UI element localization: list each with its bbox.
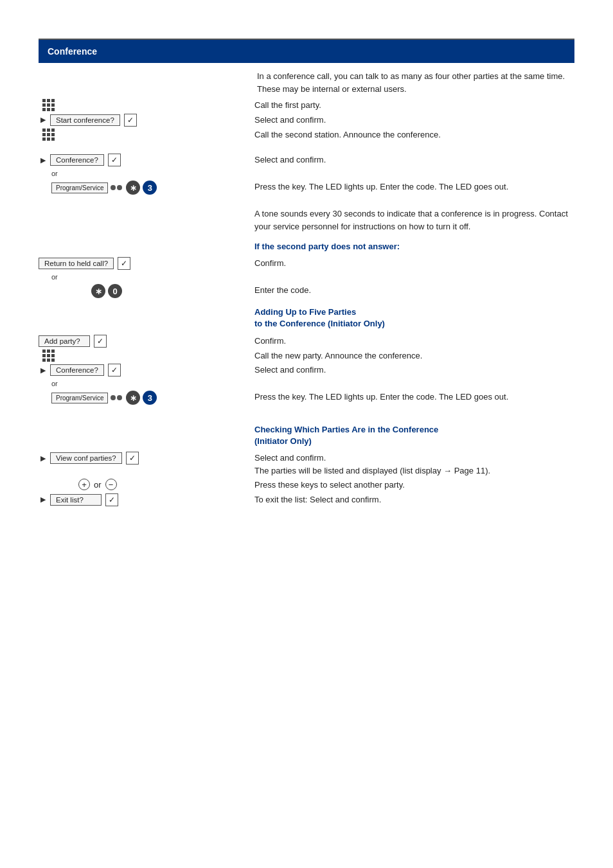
table-row: ▶ Conference? ✓ Select and confirm. xyxy=(39,364,574,376)
program-service-btn[interactable]: Program/Service xyxy=(51,182,108,193)
check-icon: ✓ xyxy=(118,257,130,270)
arrow-icon: ▶ xyxy=(39,495,48,504)
left-cell: ▶ Conference? ✓ xyxy=(39,154,244,166)
left-cell: ▶ Conference? ✓ xyxy=(39,364,244,376)
num-badge-3b[interactable]: 3 xyxy=(143,391,157,405)
table-row: ▶ Exit list? ✓ To exit the list: Select … xyxy=(39,493,574,506)
return-held-btn[interactable]: Return to held call? xyxy=(39,258,114,269)
right-cell: Call the new party. Announce the confere… xyxy=(244,350,574,362)
check-icon: ✓ xyxy=(124,114,137,127)
table-row: Checking Which Parties Are in the Confer… xyxy=(39,418,574,450)
right-cell: A tone sounds every 30 seconds to indica… xyxy=(244,208,574,233)
or-label: or xyxy=(51,272,58,282)
spacer xyxy=(39,143,574,152)
table-row: Program/Service ∗ 3 Press the key. The L… xyxy=(39,181,574,195)
check-icon: ✓ xyxy=(126,452,139,465)
star-key-2[interactable]: ∗ xyxy=(91,284,105,298)
table-row: If the second party does not answer: xyxy=(39,235,574,255)
keypad-icon xyxy=(42,99,55,111)
conference-btn-2[interactable]: Conference? xyxy=(50,364,104,376)
left-cell: or xyxy=(39,378,244,389)
table-row: or xyxy=(39,168,574,179)
spacer xyxy=(39,197,574,206)
check-icon: ✓ xyxy=(94,335,107,348)
conference-btn-1[interactable]: Conference? xyxy=(50,154,104,166)
left-cell xyxy=(39,99,244,111)
content-area: In a conference call, you can talk to as… xyxy=(39,63,574,97)
right-cell: Call the first party. xyxy=(244,99,574,112)
left-column xyxy=(39,63,244,97)
star-key-3[interactable]: ∗ xyxy=(126,391,140,405)
table-row: Add party? ✓ Confirm. xyxy=(39,335,574,348)
left-cell: or xyxy=(39,168,244,179)
right-cell: If the second party does not answer: xyxy=(244,235,574,255)
led-dot-4 xyxy=(117,395,122,400)
led-dot-1 xyxy=(111,185,116,190)
check-icon: ✓ xyxy=(108,364,121,376)
right-cell: Call the second station. Announce the co… xyxy=(244,128,574,141)
right-cell: Select and confirm.The parties will be l… xyxy=(244,452,574,477)
right-cell: Checking Which Parties Are in the Confer… xyxy=(244,418,574,450)
led-dot-2 xyxy=(117,185,122,190)
left-cell: ▶ Exit list? ✓ xyxy=(39,493,244,506)
led-indicator xyxy=(110,185,123,190)
table-row: Program/Service ∗ 3 Press the key. The L… xyxy=(39,391,574,405)
view-conf-parties-btn[interactable]: View conf parties? xyxy=(50,452,122,464)
arrow-icon: ▶ xyxy=(39,454,48,463)
intro-text: In a conference call, you can talk to as… xyxy=(257,68,574,97)
left-cell: ▶ Start conference? ✓ xyxy=(39,114,244,127)
right-cell: Adding Up to Five Partiesto the Conferen… xyxy=(244,300,574,332)
left-cell xyxy=(39,350,244,362)
main-table: Call the first party. ▶ Start conference… xyxy=(39,99,574,506)
table-row: A tone sounds every 30 seconds to indica… xyxy=(39,208,574,233)
right-cell: Press these keys to select another party… xyxy=(244,479,574,492)
led-dot-3 xyxy=(111,395,116,400)
table-row: Call the new party. Announce the confere… xyxy=(39,350,574,362)
or-label: or xyxy=(51,168,58,179)
table-row: Call the first party. xyxy=(39,99,574,112)
second-no-answer-heading: If the second party does not answer: xyxy=(254,241,574,252)
add-party-btn[interactable]: Add party? xyxy=(39,335,90,347)
left-cell: Add party? ✓ xyxy=(39,335,244,348)
zero-badge[interactable]: 0 xyxy=(108,284,122,298)
keypad-icon xyxy=(42,350,55,362)
right-cell: To exit the list: Select and confirm. xyxy=(244,493,574,506)
arrow-icon: ▶ xyxy=(39,116,48,125)
right-cell: Confirm. xyxy=(244,335,574,348)
start-conference-btn[interactable]: Start conference? xyxy=(50,114,120,126)
left-cell xyxy=(39,128,244,141)
table-row: ∗ 0 Enter the code. xyxy=(39,284,574,298)
table-row: or xyxy=(39,378,574,389)
table-row: Call the second station. Announce the co… xyxy=(39,128,574,141)
right-cell: Press the key. The LED lights up. Enter … xyxy=(244,391,574,403)
arrow-icon: ▶ xyxy=(39,366,48,375)
right-cell: Select and confirm. xyxy=(244,364,574,376)
right-column-intro: In a conference call, you can talk to as… xyxy=(244,63,574,97)
table-row: ▶ Conference? ✓ Select and confirm. xyxy=(39,154,574,166)
table-row: + or − Press these keys to select anothe… xyxy=(39,479,574,492)
right-cell: Select and confirm. xyxy=(244,154,574,166)
arrow-icon: ▶ xyxy=(39,155,48,164)
exit-list-btn[interactable]: Exit list? xyxy=(50,494,102,506)
program-service-btn-2[interactable]: Program/Service xyxy=(51,393,108,403)
check-icon: ✓ xyxy=(108,154,121,166)
led-indicator-2 xyxy=(110,395,123,400)
right-cell: Select and confirm. xyxy=(244,114,574,127)
table-row: Return to held call? ✓ Confirm. xyxy=(39,257,574,270)
table-row: Adding Up to Five Partiesto the Conferen… xyxy=(39,300,574,332)
left-cell: ▶ View conf parties? ✓ xyxy=(39,452,244,465)
plus-circle-icon[interactable]: + xyxy=(78,479,90,490)
right-cell: Enter the code. xyxy=(244,284,574,297)
keypad-icon xyxy=(42,128,55,141)
star-key[interactable]: ∗ xyxy=(126,181,140,195)
table-row: or xyxy=(39,272,574,282)
left-cell: ∗ 0 xyxy=(39,284,244,298)
num-badge-3[interactable]: 3 xyxy=(143,181,157,195)
or-label: or xyxy=(51,378,58,389)
checking-parties-heading: Checking Which Parties Are in the Confer… xyxy=(254,424,574,447)
table-row: ▶ Start conference? ✓ Select and confirm… xyxy=(39,114,574,127)
left-cell: Return to held call? ✓ xyxy=(39,257,244,270)
minus-circle-icon[interactable]: − xyxy=(105,479,117,490)
spacer xyxy=(39,407,574,416)
right-cell: Press the key. The LED lights up. Enter … xyxy=(244,181,574,193)
